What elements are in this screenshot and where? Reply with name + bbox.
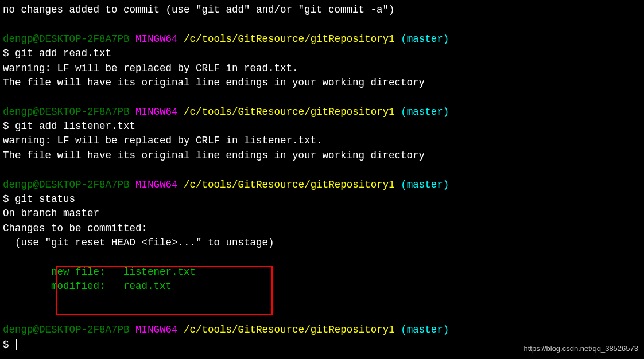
prompt-branch: (master) (401, 324, 449, 335)
prompt-user: dengp@DESKTOP-2F8A7PB (3, 324, 130, 335)
status-on-branch: On branch master (3, 206, 641, 221)
empty-line (3, 163, 641, 177)
status-no-changes: no changes added to commit (use "git add… (3, 3, 641, 17)
status-changes-committed: Changes to be committed: (3, 221, 641, 236)
prompt-path: /c/tools/GitResource/gitRepository1 (184, 33, 395, 45)
terminal-output[interactable]: no changes added to commit (use "git add… (3, 3, 641, 352)
prompt-user: dengp@DESKTOP-2F8A7PB (3, 33, 130, 45)
prompt-line-1: dengp@DESKTOP-2F8A7PB MINGW64 /c/tools/G… (3, 32, 641, 46)
status-new-file: new file: listener.txt (3, 265, 641, 279)
prompt-line-2: dengp@DESKTOP-2F8A7PB MINGW64 /c/tools/G… (3, 105, 641, 119)
command-git-add-listener: git add listener.txt (15, 120, 135, 132)
empty-line (3, 294, 641, 309)
prompt-branch: (master) (401, 106, 449, 118)
prompt-mingw: MINGW64 (135, 106, 178, 118)
command-line-1: $ git add read.txt (3, 46, 641, 61)
warning-line-endings-2: The file will have its original line end… (3, 149, 641, 163)
prompt-mingw: MINGW64 (135, 179, 178, 190)
prompt-user: dengp@DESKTOP-2F8A7PB (3, 106, 130, 118)
cursor-icon (16, 339, 17, 350)
prompt-mingw: MINGW64 (135, 324, 178, 335)
warning-line-endings-1: The file will have its original line end… (3, 76, 641, 90)
empty-line (3, 17, 641, 32)
empty-line (3, 90, 641, 104)
command-git-add-read: git add read.txt (15, 48, 111, 59)
prompt-line-3: dengp@DESKTOP-2F8A7PB MINGW64 /c/tools/G… (3, 178, 641, 192)
command-git-status: git status (15, 193, 75, 205)
warning-crlf-read: warning: LF will be replaced by CRLF in … (3, 61, 641, 76)
command-line-3: $ git status (3, 192, 641, 206)
status-unstage-hint: (use "git reset HEAD <file>..." to unsta… (3, 236, 641, 250)
prompt-branch: (master) (401, 179, 449, 190)
prompt-user: dengp@DESKTOP-2F8A7PB (3, 179, 130, 190)
prompt-line-4: dengp@DESKTOP-2F8A7PB MINGW64 /c/tools/G… (3, 323, 641, 337)
watermark-text: https://blog.csdn.net/qq_38526573 (524, 344, 639, 354)
command-line-2: $ git add listener.txt (3, 119, 641, 134)
warning-crlf-listener: warning: LF will be replaced by CRLF in … (3, 134, 641, 148)
empty-line (3, 309, 641, 323)
empty-line (3, 250, 641, 264)
prompt-path: /c/tools/GitResource/gitRepository1 (184, 324, 395, 335)
prompt-branch: (master) (401, 33, 449, 45)
prompt-mingw: MINGW64 (135, 33, 178, 45)
prompt-path: /c/tools/GitResource/gitRepository1 (184, 179, 395, 190)
status-modified-file: modified: read.txt (3, 279, 641, 294)
prompt-path: /c/tools/GitResource/gitRepository1 (184, 106, 395, 118)
